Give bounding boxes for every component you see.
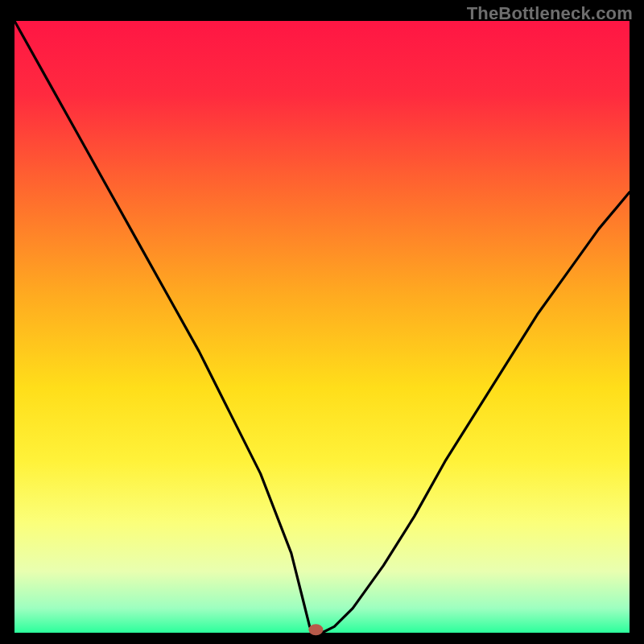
bottleneck-chart [0, 0, 644, 644]
chart-container: TheBottleneck.com [0, 0, 644, 644]
watermark-text: TheBottleneck.com [467, 3, 633, 24]
plot-background [14, 21, 630, 633]
optimal-point-marker [308, 624, 323, 635]
